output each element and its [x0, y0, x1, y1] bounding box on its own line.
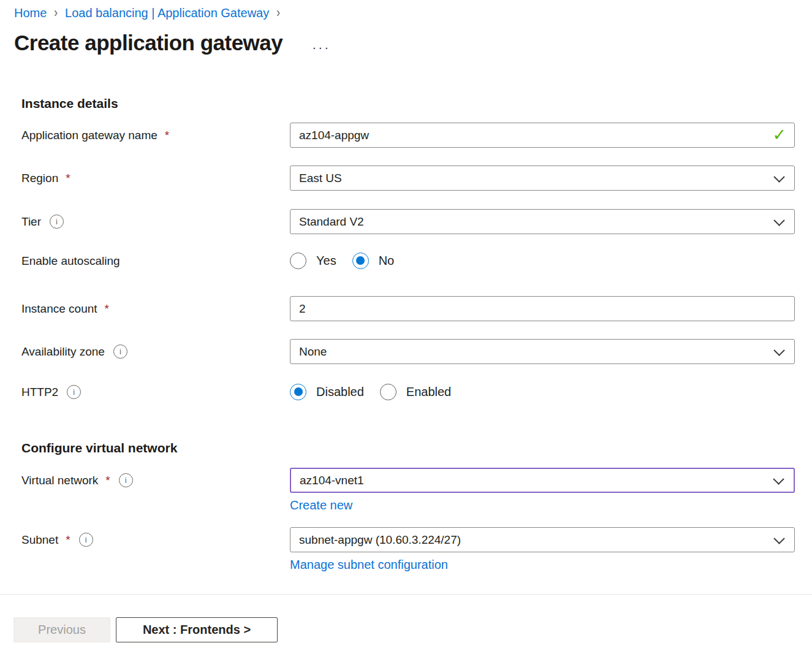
next-frontends-button[interactable]: Next : Frontends > — [116, 617, 278, 642]
tier-dropdown[interactable]: Standard V2 — [290, 209, 795, 234]
valid-checkmark-icon: ✓ — [772, 126, 786, 143]
required-asterisk: * — [105, 474, 110, 487]
region-dropdown[interactable]: East US — [290, 166, 795, 191]
app-gateway-name-label: Application gateway name * — [21, 123, 290, 148]
form-row-app-gateway-name: Application gateway name * ✓ — [0, 123, 812, 148]
availability-zone-dropdown[interactable]: None — [290, 339, 795, 364]
form-row-availability-zone: Availability zone None — [0, 339, 812, 364]
breadcrumb-separator-icon: › — [276, 6, 280, 21]
subnet-dropdown[interactable]: subnet-appgw (10.60.3.224/27) — [290, 527, 795, 552]
create-new-vnet-link[interactable]: Create new — [290, 498, 352, 512]
info-icon[interactable] — [113, 345, 127, 359]
autoscaling-no-radio[interactable] — [352, 253, 369, 269]
field-label: HTTP2 — [21, 386, 58, 399]
http2-radio-group: Disabled Enabled — [290, 379, 795, 404]
chevron-down-icon — [773, 215, 784, 226]
enable-autoscaling-label: Enable autoscaling — [21, 248, 290, 273]
footer-button-bar: Previous Next : Frontends > — [13, 617, 812, 642]
required-asterisk: * — [66, 533, 70, 547]
availability-zone-dropdown-value: None — [299, 345, 327, 359]
breadcrumb: Home › Load balancing | Application Gate… — [0, 0, 812, 20]
page-title: Create application gateway — [14, 29, 283, 57]
app-gateway-name-input[interactable] — [290, 123, 795, 148]
field-label: Region — [21, 172, 58, 185]
http2-disabled-radio[interactable] — [290, 384, 306, 400]
instance-count-label: Instance count * — [21, 296, 290, 321]
breadcrumb-load-balancing-link[interactable]: Load balancing | Application Gateway — [65, 6, 269, 20]
required-asterisk: * — [66, 172, 70, 185]
info-icon[interactable] — [67, 385, 81, 399]
field-label: Tier — [21, 215, 41, 229]
field-label: Subnet — [21, 533, 58, 547]
form-row-tier: Tier Standard V2 — [0, 209, 812, 234]
info-icon[interactable] — [50, 215, 64, 229]
form-row-region: Region * East US — [0, 166, 812, 191]
required-asterisk: * — [165, 129, 169, 142]
virtual-network-dropdown[interactable]: az104-vnet1 — [290, 468, 795, 493]
title-row: Create application gateway ··· — [14, 29, 812, 57]
field-label: Instance count — [21, 302, 97, 316]
field-label: Availability zone — [21, 345, 105, 359]
tier-label: Tier — [21, 209, 290, 234]
field-label: Application gateway name — [21, 129, 157, 142]
autoscaling-yes-label[interactable]: Yes — [316, 254, 336, 268]
more-options-icon[interactable]: ··· — [312, 41, 330, 53]
instance-count-input[interactable] — [290, 296, 795, 321]
form-row-enable-autoscaling: Enable autoscaling Yes No — [0, 248, 812, 273]
chevron-down-icon — [773, 345, 784, 356]
form-row-instance-count: Instance count * — [0, 296, 812, 321]
section-heading-instance-details: Instance details — [21, 96, 812, 111]
footer-divider — [0, 594, 812, 595]
availability-zone-label: Availability zone — [21, 339, 290, 364]
breadcrumb-home-link[interactable]: Home — [14, 6, 47, 20]
virtual-network-label: Virtual network * — [21, 468, 290, 493]
subnet-label: Subnet * — [21, 527, 290, 552]
form-row-virtual-network: Virtual network * az104-vnet1 Create new — [0, 468, 812, 512]
enable-autoscaling-radio-group: Yes No — [290, 248, 795, 273]
manage-subnet-configuration-link[interactable]: Manage subnet configuration — [290, 558, 448, 572]
virtual-network-dropdown-value: az104-vnet1 — [300, 474, 364, 487]
chevron-down-icon — [773, 473, 784, 484]
form-row-http2: HTTP2 Disabled Enabled — [0, 379, 812, 405]
previous-button[interactable]: Previous — [13, 617, 110, 642]
info-icon[interactable] — [79, 533, 93, 547]
region-dropdown-value: East US — [299, 172, 342, 185]
field-label: Enable autoscaling — [21, 254, 120, 268]
http2-disabled-label[interactable]: Disabled — [316, 385, 364, 399]
http2-enabled-label[interactable]: Enabled — [406, 385, 451, 399]
chevron-down-icon — [773, 171, 784, 182]
http2-label: HTTP2 — [21, 379, 290, 405]
chevron-down-icon — [773, 533, 784, 544]
form-row-subnet: Subnet * subnet-appgw (10.60.3.224/27) M… — [0, 527, 812, 572]
required-asterisk: * — [105, 302, 109, 316]
http2-enabled-radio[interactable] — [380, 384, 397, 400]
info-icon[interactable] — [119, 473, 133, 487]
tier-dropdown-value: Standard V2 — [299, 215, 364, 229]
region-label: Region * — [21, 166, 290, 191]
section-heading-configure-virtual-network: Configure virtual network — [21, 441, 812, 455]
autoscaling-no-label[interactable]: No — [379, 254, 395, 268]
breadcrumb-separator-icon: › — [54, 6, 58, 21]
subnet-dropdown-value: subnet-appgw (10.60.3.224/27) — [299, 533, 461, 547]
field-label: Virtual network — [21, 474, 98, 487]
autoscaling-yes-radio[interactable] — [290, 253, 306, 269]
